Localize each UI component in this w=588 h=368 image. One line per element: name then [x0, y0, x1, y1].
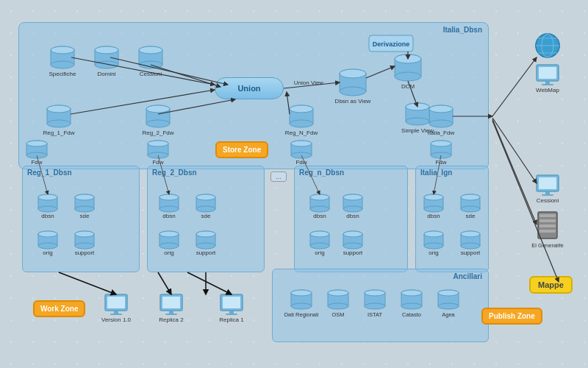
ancillari-label: Ancillari	[453, 272, 482, 280]
svg-rect-201	[160, 294, 182, 311]
svg-rect-185	[537, 175, 559, 191]
reg2-dbsn-label: Reg_2_Dbsn	[152, 169, 197, 177]
svg-line-231	[158, 272, 171, 294]
regn-dbsn-zone: Reg_n_Dbsn	[294, 166, 408, 272]
svg-point-176	[542, 34, 553, 57]
svg-rect-194	[539, 230, 556, 233]
svg-rect-207	[223, 297, 240, 308]
svg-line-232	[187, 272, 232, 294]
svg-text:Replica 1: Replica 1	[219, 316, 244, 323]
svg-rect-203	[169, 311, 173, 314]
italia-ign-zone: Italia_Ign	[415, 166, 489, 272]
diagram-container: Italia_Dbsn Reg_1_Dbsn Reg_2_Dbsn Reg_n_…	[0, 0, 588, 368]
ancillari-zone: Ancillari	[272, 269, 489, 342]
version1-monitor: Version 1.0	[101, 294, 132, 323]
reg1-dbsn-label: Reg_1_Dbsn	[27, 169, 72, 177]
svg-rect-197	[107, 297, 125, 308]
svg-line-230	[59, 272, 116, 294]
svg-rect-181	[539, 67, 556, 79]
svg-text:El Generalife: El Generalife	[531, 242, 563, 249]
union-label: Union	[237, 84, 260, 93]
publish-zone-badge: Publish Zone	[481, 308, 542, 325]
svg-line-224	[492, 119, 537, 224]
svg-rect-191	[539, 214, 556, 217]
italia-ign-label: Italia_Ign	[420, 169, 452, 177]
el-generalife-server: El Generalife	[531, 212, 563, 249]
svg-rect-193	[539, 224, 556, 227]
svg-text:WebMap: WebMap	[536, 87, 559, 93]
replica1-monitor: Replica 1	[219, 294, 244, 323]
union-box: Union	[215, 77, 284, 99]
mappe-badge: Mappe	[529, 276, 573, 294]
svg-rect-187	[545, 191, 550, 194]
replica2-monitor: Replica 2	[159, 294, 184, 323]
globe-icon	[536, 34, 559, 57]
svg-rect-192	[539, 219, 556, 222]
cessioni-monitor: Cessioni	[537, 175, 559, 204]
svg-text:Version 1.0: Version 1.0	[101, 316, 132, 323]
svg-rect-180	[537, 65, 559, 81]
svg-rect-183	[542, 84, 553, 85]
svg-text:Replica 2: Replica 2	[159, 316, 184, 323]
svg-rect-208	[229, 311, 234, 314]
svg-rect-202	[162, 297, 180, 308]
svg-point-175	[536, 34, 559, 57]
store-zone-badge: Store Zone	[215, 141, 268, 158]
ellipsis-box: ...	[270, 171, 287, 182]
regn-dbsn-label: Reg_n_Dbsn	[299, 169, 344, 177]
svg-line-223	[492, 118, 537, 183]
work-zone-badge: Work Zone	[33, 300, 85, 317]
svg-rect-198	[114, 311, 118, 314]
webmap-monitor: WebMap	[536, 65, 559, 93]
svg-rect-209	[226, 314, 237, 315]
svg-line-225	[492, 121, 559, 282]
svg-rect-182	[545, 81, 550, 84]
svg-text:Cessioni: Cessioni	[537, 197, 559, 204]
svg-rect-186	[539, 177, 556, 189]
italia-dbsn-label: Italia_Dbsn	[443, 26, 482, 34]
reg2-dbsn-zone: Reg_2_Dbsn	[147, 166, 265, 272]
svg-rect-190	[538, 212, 557, 238]
svg-rect-204	[165, 314, 177, 315]
svg-rect-206	[220, 294, 243, 311]
svg-rect-196	[105, 294, 127, 311]
svg-rect-188	[542, 194, 553, 196]
reg1-dbsn-zone: Reg_1_Dbsn	[22, 166, 140, 272]
svg-line-222	[492, 57, 537, 116]
svg-rect-199	[110, 314, 122, 315]
